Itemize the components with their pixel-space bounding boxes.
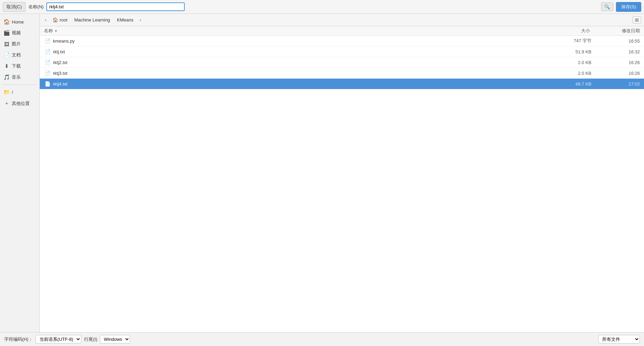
breadcrumb-root-icon: 🏠 <box>53 17 58 23</box>
breadcrumb-forward-button[interactable]: › <box>137 16 144 24</box>
cancel-button[interactable]: 取消(C) <box>3 2 26 12</box>
music-icon: 🎵 <box>3 74 10 80</box>
breadcrumb-root[interactable]: 🏠 root <box>49 16 70 24</box>
sidebar-item-root[interactable]: 📁 / <box>0 87 39 97</box>
sidebar-item-download[interactable]: ⬇ 下载 <box>0 61 39 71</box>
table-row[interactable]: 📄 rktj.txt 51.9 KB 16:32 <box>40 46 644 57</box>
file-name: rktj4.txt <box>53 81 557 87</box>
file-icon: 📄 <box>44 48 51 55</box>
breadcrumb-kmeans[interactable]: KMeans <box>114 16 137 24</box>
line-ending-select[interactable]: Windows <box>100 335 130 344</box>
file-name: rktj2.txt <box>53 60 557 65</box>
sidebar-item-music-label: 音乐 <box>12 74 21 80</box>
file-icon: 📄 <box>44 70 51 77</box>
file-name: rktj3.txt <box>53 71 557 76</box>
sidebar: 🏠 Home 🎬 视频 🖼 图片 📄 文档 ⬇ 下载 🎵 音乐 📁 / <box>0 14 40 332</box>
file-date: 17:02 <box>598 81 640 87</box>
encoding-select[interactable]: 当前语系(UTF-8) <box>36 335 81 344</box>
sidebar-item-other[interactable]: ＋ 其他位置 <box>0 98 39 109</box>
save-button[interactable]: 保存(S) <box>616 2 641 12</box>
download-icon: ⬇ <box>3 63 10 69</box>
main-area: 🏠 Home 🎬 视频 🖼 图片 📄 文档 ⬇ 下载 🎵 音乐 📁 / <box>0 14 644 332</box>
header-date[interactable]: 修改日期 <box>598 28 640 34</box>
file-name: kmeans.py <box>53 38 557 44</box>
file-size: 2.0 KB <box>557 71 598 76</box>
file-size: 48.7 KB <box>557 81 598 87</box>
file-date: 16:55 <box>598 38 640 44</box>
breadcrumb-kmeans-label: KMeans <box>117 17 134 23</box>
search-icon: 🔍 <box>604 4 610 9</box>
sidebar-item-document-label: 文档 <box>12 52 21 58</box>
video-icon: 🎬 <box>3 30 10 36</box>
right-panel: ‹ 🏠 root Machine Learning KMeans › ⊞ 名称 … <box>40 14 644 332</box>
file-size: 51.9 KB <box>557 49 598 54</box>
breadcrumb-bar: ‹ 🏠 root Machine Learning KMeans › ⊞ <box>40 14 644 26</box>
sidebar-item-image-label: 图片 <box>12 41 21 47</box>
plus-icon: ＋ <box>3 100 10 107</box>
table-row[interactable]: 📄 rktj2.txt 2.0 KB 16:26 <box>40 57 644 68</box>
file-icon: 📄 <box>44 80 51 87</box>
sidebar-divider <box>3 85 37 85</box>
bottom-bar: 字符编码(H)： 当前语系(UTF-8) 行尾(I) Windows 所有文件 <box>0 332 644 346</box>
table-row[interactable]: 📄 rktj3.txt 2.0 KB 16:26 <box>40 68 644 79</box>
name-label: 名称(N) <box>28 4 44 10</box>
file-type-select[interactable]: 所有文件 <box>598 335 640 344</box>
file-icon: 📄 <box>44 59 51 66</box>
sidebar-item-video-label: 视频 <box>12 30 21 36</box>
line-ending-label: 行尾(I) <box>84 336 97 343</box>
sidebar-item-document[interactable]: 📄 文档 <box>0 50 39 60</box>
file-name: rktj.txt <box>53 49 557 54</box>
search-button[interactable]: 🔍 <box>601 2 613 11</box>
sidebar-item-other-label: 其他位置 <box>12 100 30 107</box>
sidebar-item-home-label: Home <box>12 19 24 25</box>
file-date: 16:26 <box>598 71 640 76</box>
sidebar-item-image[interactable]: 🖼 图片 <box>0 39 39 49</box>
file-icon: 📄 <box>44 37 51 44</box>
file-list-header: 名称 ▼ 大小 修改日期 <box>40 26 644 36</box>
encoding-label: 字符编码(H)： <box>4 336 33 343</box>
sort-arrow-icon: ▼ <box>54 29 58 33</box>
file-list: 📄 kmeans.py 747 字节 16:55 📄 rktj.txt 51.9… <box>40 36 644 332</box>
breadcrumb-back-button[interactable]: ‹ <box>43 16 49 24</box>
top-bar: 取消(C) 名称(N) 🔍 保存(S) <box>0 0 644 14</box>
sidebar-item-video[interactable]: 🎬 视频 <box>0 28 39 38</box>
view-toggle-button[interactable]: ⊞ <box>633 16 641 24</box>
file-date: 16:26 <box>598 60 640 65</box>
folder-icon: 📁 <box>3 89 10 95</box>
header-name[interactable]: 名称 ▼ <box>44 28 554 34</box>
file-date: 16:32 <box>598 49 640 54</box>
home-icon: 🏠 <box>3 19 10 25</box>
header-size[interactable]: 大小 <box>555 28 597 34</box>
breadcrumb-ml[interactable]: Machine Learning <box>71 16 113 24</box>
file-size: 2.0 KB <box>557 60 598 65</box>
filename-input[interactable] <box>46 2 185 11</box>
sidebar-item-download-label: 下载 <box>12 63 21 69</box>
file-size: 747 字节 <box>557 38 598 44</box>
sidebar-item-music[interactable]: 🎵 音乐 <box>0 72 39 82</box>
document-icon: 📄 <box>3 52 10 58</box>
grid-icon: ⊞ <box>635 17 639 23</box>
table-row[interactable]: 📄 rktj4.txt 48.7 KB 17:02 <box>40 79 644 89</box>
sidebar-item-root-label: / <box>12 90 13 95</box>
sidebar-item-home[interactable]: 🏠 Home <box>0 17 39 27</box>
image-icon: 🖼 <box>3 41 10 47</box>
breadcrumb-ml-label: Machine Learning <box>74 17 110 23</box>
table-row[interactable]: 📄 kmeans.py 747 字节 16:55 <box>40 36 644 46</box>
breadcrumb-root-label: root <box>59 17 67 23</box>
